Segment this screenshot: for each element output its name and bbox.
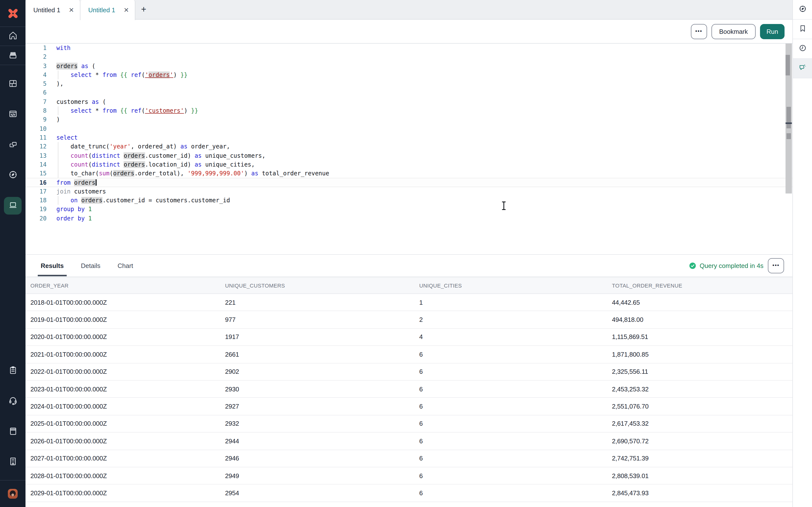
tab-details[interactable]: Details [78,255,103,276]
sidebar-item-explore-right[interactable] [793,0,812,19]
table-row[interactable]: 2024-01-01T00:00:00.000Z292762,551,076.7… [26,398,793,415]
more-options-button[interactable]: ••• [691,24,707,39]
indent-guide [58,196,58,205]
sidebar-item-changelog[interactable] [0,356,26,386]
sidebar-item-bookmarks[interactable] [793,19,812,39]
line-number: 13 [26,151,56,160]
bookmark-icon [798,24,807,35]
column-header[interactable]: UNIQUE_CITIES [419,283,612,288]
tab-label: Untitled 1 [33,6,68,14]
line-number: 15 [26,169,56,178]
apps-grid-icon [8,78,18,91]
new-tab-button[interactable]: + [135,0,152,19]
user-avatar [8,489,18,499]
line-number: 10 [26,124,56,133]
hex-logo[interactable] [0,0,26,27]
editor-scrollbar[interactable] [785,44,792,193]
line-number: 7 [26,98,56,107]
code-line: 16from orders [26,178,793,187]
results-more-button[interactable]: ••• [768,258,784,273]
sidebar-spacer [0,221,26,356]
table-cell: 2661 [225,351,419,358]
line-number: 17 [26,187,56,196]
column-header[interactable]: TOTAL_ORDER_REVENUE [612,283,793,288]
sidebar-item-home[interactable] [0,27,26,46]
headset-icon [8,395,18,407]
hex-logo-icon [7,7,19,19]
compass-icon [798,4,807,15]
table-row[interactable]: 2023-01-01T00:00:00.000Z293062,453,253.3… [26,381,793,398]
close-icon[interactable]: ✕ [122,6,130,14]
table-cell: 2 [419,316,612,323]
table-cell: 1,115,869.51 [612,333,793,341]
bookmark-button[interactable]: Bookmark [711,24,756,39]
run-button[interactable]: Run [760,24,784,39]
table-row[interactable]: 2019-01-01T00:00:00.000Z9772494,818.00 [26,311,793,329]
table-row[interactable]: 2022-01-01T00:00:00.000Z290262,325,556.1… [26,363,793,381]
table-cell: 6 [419,420,612,428]
collections-icon [8,49,18,61]
scroll-mark [786,124,791,128]
table-row[interactable]: 2027-01-01T00:00:00.000Z294662,742,751.3… [26,450,793,467]
code-line: 9) [26,115,793,124]
tab-bar: Untitled 1 ✕ Untitled 1 ✕ + [26,0,793,19]
table-row[interactable]: 2018-01-01T00:00:00.000Z221144,442.65 [26,294,793,311]
code-line: 18 on orders.customer_id = customers.cus… [26,196,793,205]
tab-results[interactable]: Results [38,255,67,276]
code-line: 4 select * from {{ ref('orders') }} [26,70,793,79]
tab-untitled-2[interactable]: Untitled 1 ✕ [81,0,135,20]
table-cell: 6 [419,455,612,462]
code-line: 17join customers [26,187,793,196]
table-row[interactable]: 2029-01-01T00:00:00.000Z295462,845,473.9… [26,485,793,502]
table-cell: 494,818.00 [612,316,793,323]
code-line: 2 [26,53,793,62]
sidebar-item-organization[interactable] [0,447,26,477]
sidebar-item-components[interactable] [0,130,26,160]
building-icon [8,456,18,468]
tab-chart[interactable]: Chart [114,255,136,276]
table-cell: 2,551,076.70 [612,403,793,410]
table-cell: 2,808,539.01 [612,472,793,479]
table-row[interactable]: 2026-01-01T00:00:00.000Z294462,690,570.7… [26,433,793,450]
right-sidebar [793,0,812,507]
home-icon [8,30,18,42]
table-cell: 2,617,453.32 [612,420,793,428]
check-circle-icon [690,262,696,269]
code-line: 6 [26,89,793,98]
table-row[interactable]: 2020-01-01T00:00:00.000Z191741,115,869.5… [26,329,793,346]
table-row[interactable]: 2028-01-01T00:00:00.000Z294962,808,539.0… [26,467,793,485]
tab-untitled-1[interactable]: Untitled 1 ✕ [26,0,81,20]
column-header[interactable]: UNIQUE_CUSTOMERS [225,283,419,288]
table-cell: 2026-01-01T00:00:00.000Z [31,438,225,445]
table-cell: 6 [419,489,612,497]
sidebar-item-history[interactable] [793,39,812,59]
line-number: 18 [26,196,56,205]
table-cell: 2949 [225,472,419,479]
table-cell: 1 [419,298,612,306]
line-number: 12 [26,142,56,151]
tab-label: Results [41,262,64,269]
close-icon[interactable]: ✕ [68,6,75,14]
table-cell: 6 [419,385,612,393]
sidebar-item-docs[interactable] [0,416,26,447]
user-menu[interactable] [0,481,26,507]
results-tab-bar: Results Details Chart Query completed in… [26,255,793,276]
sidebar-item-code[interactable] [0,100,26,130]
indent-guide [58,70,58,79]
indent-guide [58,151,58,160]
table-cell: 2019-01-01T00:00:00.000Z [31,316,225,323]
sidebar-item-apps[interactable] [0,69,26,100]
table-cell: 2,742,751.39 [612,455,793,462]
sql-editor[interactable]: 1with23orders as (4 select * from {{ ref… [26,44,793,254]
column-header[interactable]: ORDER_YEAR [31,283,225,288]
table-row[interactable]: 2025-01-01T00:00:00.000Z293262,617,453.3… [26,415,793,433]
table-row[interactable]: 2021-01-01T00:00:00.000Z266161,871,800.8… [26,346,793,363]
line-number: 14 [26,160,56,169]
tab-label: Details [81,262,101,269]
table-row[interactable]: 2030-01-01T00:00:00.000Z287961,841,049.3… [26,502,793,507]
sidebar-item-terminal[interactable] [0,190,26,221]
sidebar-item-explore[interactable] [0,160,26,190]
sidebar-item-support[interactable] [0,386,26,416]
sidebar-item-collections[interactable] [0,46,26,65]
sidebar-item-ai-assistant[interactable] [793,59,812,78]
